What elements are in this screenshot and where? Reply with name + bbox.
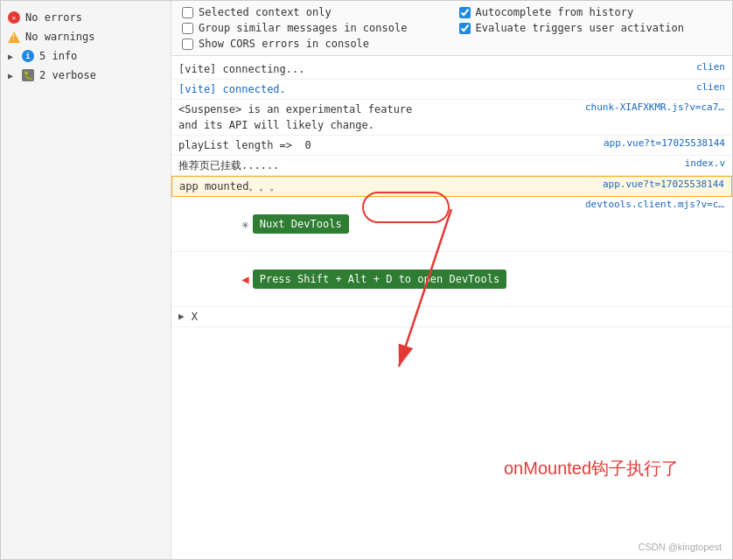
- log-row: <Suspense> is an experimental featureand…: [171, 100, 732, 136]
- error-icon: [8, 11, 20, 24]
- sidebar-item-label: No errors: [25, 11, 82, 24]
- log-message: 推荐页已挂载......: [178, 158, 678, 173]
- sidebar-item-label: 2 verbose: [39, 69, 96, 81]
- log-link[interactable]: clien: [696, 61, 725, 73]
- log-link[interactable]: index.v: [685, 158, 725, 169]
- show-cors-checkbox[interactable]: [182, 38, 193, 50]
- group-similar-checkbox[interactable]: [182, 23, 193, 34]
- log-link[interactable]: app.vue?t=17025538144: [603, 178, 724, 190]
- log-row-x: ▶ X: [171, 307, 732, 327]
- log-row-press-shift: ◀ Press Shift + Alt + D to open DevTools: [171, 252, 732, 307]
- console-wrapper: [vite] connecting... clien [vite] connec…: [171, 56, 732, 559]
- option-evaluate-triggers[interactable]: Evaluate triggers user activation: [459, 22, 723, 34]
- log-link[interactable]: clien: [696, 81, 725, 93]
- autocomplete-history-checkbox[interactable]: [459, 7, 471, 18]
- sidebar-item-5-info[interactable]: ▶ i 5 info: [1, 46, 171, 66]
- sidebar-item-label: No warnings: [25, 31, 94, 43]
- sidebar-item-2-verbose[interactable]: ▶ 🐛 2 verbose: [1, 66, 171, 85]
- log-link[interactable]: app.vue?t=17025538144: [604, 137, 725, 149]
- log-link[interactable]: devtools.client.mjs?v=ca7f6a: [585, 199, 725, 210]
- option-selected-context[interactable]: Selected context only: [182, 6, 445, 18]
- sidebar-item-no-errors[interactable]: No errors: [1, 8, 171, 27]
- sidebar-item-no-warnings[interactable]: No warnings: [1, 27, 171, 46]
- nuxt-devtools-badge: Nuxt DevTools: [253, 214, 349, 234]
- option-autocomplete-history[interactable]: Autocomplete from history: [459, 6, 723, 18]
- verbose-icon: 🐛: [22, 69, 34, 81]
- log-message: [vite] connected.: [178, 81, 689, 97]
- sidebar: No errors No warnings ▶ i 5 info ▶ 🐛 2 v…: [1, 1, 171, 559]
- log-row: [vite] connected. clien: [171, 80, 732, 100]
- log-row-highlighted: app mounted。。。 app.vue?t=17025538144: [171, 176, 732, 197]
- selected-context-checkbox[interactable]: [182, 7, 193, 18]
- expand-icon: ▶: [178, 309, 185, 322]
- log-message: <Suspense> is an experimental featureand…: [178, 102, 578, 133]
- sidebar-item-label: 5 info: [39, 50, 77, 62]
- info-icon: i: [22, 50, 34, 62]
- expand-arrow-icon: ▶: [8, 52, 17, 61]
- main-panel: Selected context only Autocomplete from …: [171, 1, 732, 559]
- options-bar: Selected context only Autocomplete from …: [171, 1, 732, 56]
- log-row: playList length => 0 app.vue?t=170255381…: [171, 136, 732, 156]
- option-label: Autocomplete from history: [476, 6, 634, 18]
- log-message: [vite] connecting...: [178, 61, 689, 77]
- evaluate-triggers-checkbox[interactable]: [459, 23, 471, 34]
- press-shift-badge: Press Shift + Alt + D to open DevTools: [253, 270, 507, 289]
- log-message: ✳ Nuxt DevTools: [178, 199, 578, 249]
- log-row: [vite] connecting... clien: [171, 60, 732, 80]
- option-show-cors[interactable]: Show CORS errors in console: [182, 38, 445, 50]
- option-label: Group similar messages in console: [199, 22, 407, 34]
- console-area[interactable]: [vite] connecting... clien [vite] connec…: [171, 56, 732, 559]
- option-group-similar[interactable]: Group similar messages in console: [182, 22, 445, 34]
- option-label: Selected context only: [199, 6, 332, 18]
- log-message: app mounted。。。: [179, 178, 596, 194]
- log-link[interactable]: chunk-XIAFXKMR.js?v=ca7f6a04: [585, 102, 725, 113]
- watermark: CSDN @kingtopest: [638, 542, 722, 552]
- log-message: X: [192, 309, 725, 325]
- log-message: ◀ Press Shift + Alt + D to open DevTools: [178, 254, 725, 304]
- log-row: 推荐页已挂载...... index.v: [171, 156, 732, 176]
- log-message: playList length => 0: [178, 137, 597, 153]
- option-label: Evaluate triggers user activation: [476, 22, 684, 34]
- warning-icon: [8, 32, 20, 43]
- log-row-devtools: ✳ Nuxt DevTools devtools.client.mjs?v=ca…: [171, 197, 732, 252]
- expand-arrow-icon: ▶: [8, 71, 17, 80]
- option-label: Show CORS errors in console: [199, 38, 369, 50]
